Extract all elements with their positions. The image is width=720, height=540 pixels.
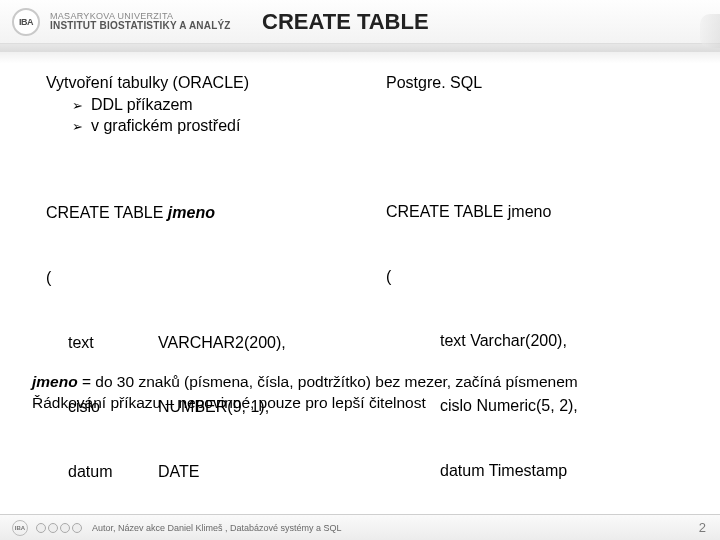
page-title: CREATE TABLE: [262, 9, 429, 35]
footer-logo-text: IBA: [15, 525, 25, 531]
brand-logo: IBA: [12, 8, 40, 36]
page-number: 2: [699, 520, 706, 535]
sql-type: VARCHAR2(200),: [158, 332, 286, 354]
sql-type: DATE: [158, 461, 199, 483]
sql-row: textVARCHAR2(200),: [46, 332, 350, 354]
title-wrap: CREATE TABLE: [262, 0, 429, 44]
dot-icon: [48, 523, 58, 533]
dot-icon: [36, 523, 46, 533]
column-postgres: Postgre. SQL CREATE TABLE jmeno ( text V…: [386, 72, 690, 540]
note-line-1: jmeno = do 30 znaků (písmena, čísla, pod…: [32, 372, 690, 393]
sql-ident: jmeno: [168, 204, 215, 221]
brand-institute: INSTITUT BIOSTATISTIKY A ANALÝZ: [50, 21, 231, 31]
column-oracle: Vytvoření tabulky (ORACLE) DDL příkazem …: [46, 72, 350, 540]
brand-logo-text: IBA: [19, 17, 33, 27]
sql-line: CREATE TABLE jmeno: [386, 201, 690, 223]
note-text: = do 30 znaků (písmena, čísla, podtržítk…: [78, 373, 578, 390]
header-bar: IBA MASARYKOVA UNIVERZITA INSTITUT BIOST…: [0, 0, 720, 44]
sql-row: datum Timestamp: [386, 460, 690, 482]
sql-open: (: [46, 267, 350, 289]
footer-logo: IBA: [12, 520, 28, 536]
footer-text: Autor, Název akce Daniel Klimeš , Databá…: [92, 523, 699, 533]
sql-col: datum Timestamp: [386, 460, 567, 482]
decor-icon: [700, 14, 720, 48]
brand-text: MASARYKOVA UNIVERZITA INSTITUT BIOSTATIS…: [50, 12, 231, 31]
oracle-sql: CREATE TABLE jmeno ( textVARCHAR2(200), …: [46, 159, 350, 540]
note-line-2: Řádkování příkazu – nepovinné, pouze pro…: [32, 393, 690, 414]
footer-icons: [36, 523, 82, 533]
content-area: Vytvoření tabulky (ORACLE) DDL příkazem …: [0, 44, 720, 540]
sql-open: (: [386, 266, 690, 288]
bullet-item: DDL příkazem: [72, 94, 350, 116]
dot-icon: [72, 523, 82, 533]
footer-bar: IBA Autor, Název akce Daniel Klimeš , Da…: [0, 514, 720, 540]
note-ident: jmeno: [32, 373, 78, 390]
sql-col: text Varchar(200),: [386, 330, 567, 352]
postgres-sql: CREATE TABLE jmeno ( text Varchar(200), …: [386, 158, 690, 540]
sql-col: text: [46, 332, 158, 354]
oracle-bullets: DDL příkazem v grafickém prostředí: [46, 94, 350, 137]
sql-keyword: CREATE TABLE: [46, 204, 168, 221]
sql-row: datumDATE: [46, 461, 350, 483]
notes-block: jmeno = do 30 znaků (písmena, čísla, pod…: [32, 372, 690, 414]
bullet-item: v grafickém prostředí: [72, 115, 350, 137]
oracle-intro: Vytvoření tabulky (ORACLE) DDL příkazem …: [46, 72, 350, 137]
sql-line: CREATE TABLE jmeno: [46, 202, 350, 224]
sql-row: text Varchar(200),: [386, 330, 690, 352]
dot-icon: [60, 523, 70, 533]
postgres-heading: Postgre. SQL: [386, 72, 690, 94]
oracle-heading: Vytvoření tabulky (ORACLE): [46, 72, 350, 94]
sql-col: datum: [46, 461, 158, 483]
